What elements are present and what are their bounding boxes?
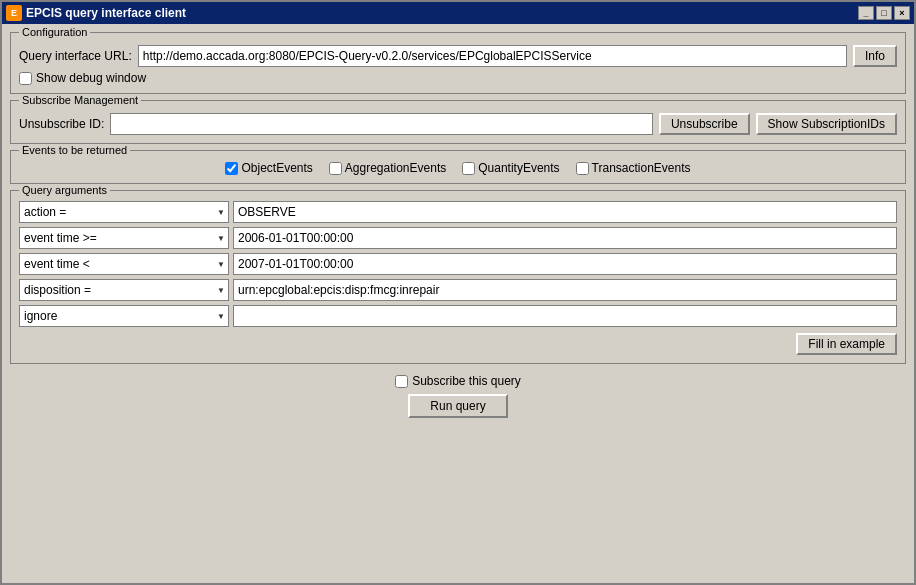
arg-row-2: action = event time >= event time < disp… [19, 253, 897, 275]
arg-input-2[interactable] [233, 253, 897, 275]
arg-select-wrapper-4: action = event time >= event time < disp… [19, 305, 229, 327]
app-icon: E [6, 5, 22, 21]
object-events-item: ObjectEvents [225, 161, 312, 175]
maximize-button[interactable]: □ [876, 6, 892, 20]
configuration-group: Configuration Query interface URL: Info … [10, 32, 906, 94]
arg-row-1: action = event time >= event time < disp… [19, 227, 897, 249]
quantity-events-label: QuantityEvents [478, 161, 559, 175]
query-arguments-group: Query arguments action = event time >= e… [10, 190, 906, 364]
close-button[interactable]: × [894, 6, 910, 20]
quantity-events-item: QuantityEvents [462, 161, 559, 175]
arg-select-2[interactable]: action = event time >= event time < disp… [19, 253, 229, 275]
show-subscriptions-button[interactable]: Show SubscriptionIDs [756, 113, 897, 135]
fill-btn-row: Fill in example [19, 333, 897, 355]
arg-input-4[interactable] [233, 305, 897, 327]
main-window: E EPCIS query interface client _ □ × Con… [0, 0, 916, 585]
events-group: Events to be returned ObjectEvents Aggre… [10, 150, 906, 184]
bottom-section: Subscribe this query Run query [10, 374, 906, 418]
arg-select-wrapper-2: action = event time >= event time < disp… [19, 253, 229, 275]
arg-select-4[interactable]: action = event time >= event time < disp… [19, 305, 229, 327]
arg-select-wrapper-0: action = event time >= event time < disp… [19, 201, 229, 223]
configuration-label: Configuration [19, 26, 90, 38]
debug-checkbox[interactable] [19, 72, 32, 85]
transaction-events-checkbox[interactable] [576, 162, 589, 175]
url-input[interactable] [138, 45, 847, 67]
run-query-button[interactable]: Run query [408, 394, 507, 418]
content-area: Configuration Query interface URL: Info … [2, 24, 914, 583]
subscribe-row: Subscribe this query [395, 374, 521, 388]
arg-row-4: action = event time >= event time < disp… [19, 305, 897, 327]
minimize-button[interactable]: _ [858, 6, 874, 20]
unsubscribe-button[interactable]: Unsubscribe [659, 113, 750, 135]
object-events-checkbox[interactable] [225, 162, 238, 175]
object-events-label: ObjectEvents [241, 161, 312, 175]
events-row: ObjectEvents AggregationEvents QuantityE… [19, 161, 897, 175]
aggregation-events-label: AggregationEvents [345, 161, 446, 175]
subscribe-label: Subscribe this query [412, 374, 521, 388]
events-label: Events to be returned [19, 144, 130, 156]
unsubscribe-id-label: Unsubscribe ID: [19, 117, 104, 131]
subscribe-checkbox[interactable] [395, 375, 408, 388]
arg-input-0[interactable] [233, 201, 897, 223]
arg-select-0[interactable]: action = event time >= event time < disp… [19, 201, 229, 223]
titlebar: E EPCIS query interface client _ □ × [2, 2, 914, 24]
arg-select-3[interactable]: action = event time >= event time < disp… [19, 279, 229, 301]
fill-in-example-button[interactable]: Fill in example [796, 333, 897, 355]
query-args-content: action = event time >= event time < disp… [19, 201, 897, 355]
arg-input-1[interactable] [233, 227, 897, 249]
debug-label: Show debug window [36, 71, 146, 85]
arg-select-wrapper-3: action = event time >= event time < disp… [19, 279, 229, 301]
arg-select-wrapper-1: action = event time >= event time < disp… [19, 227, 229, 249]
transaction-events-item: TransactionEvents [576, 161, 691, 175]
aggregation-events-checkbox[interactable] [329, 162, 342, 175]
arg-row-0: action = event time >= event time < disp… [19, 201, 897, 223]
subscribe-management-label: Subscribe Management [19, 94, 141, 106]
subscribe-management-group: Subscribe Management Unsubscribe ID: Uns… [10, 100, 906, 144]
window-title: EPCIS query interface client [26, 6, 858, 20]
info-button[interactable]: Info [853, 45, 897, 67]
unsubscribe-id-input[interactable] [110, 113, 653, 135]
titlebar-buttons: _ □ × [858, 6, 910, 20]
arg-row-3: action = event time >= event time < disp… [19, 279, 897, 301]
query-arguments-label: Query arguments [19, 184, 110, 196]
arg-select-1[interactable]: action = event time >= event time < disp… [19, 227, 229, 249]
aggregation-events-item: AggregationEvents [329, 161, 446, 175]
arg-input-3[interactable] [233, 279, 897, 301]
quantity-events-checkbox[interactable] [462, 162, 475, 175]
url-label: Query interface URL: [19, 49, 132, 63]
transaction-events-label: TransactionEvents [592, 161, 691, 175]
